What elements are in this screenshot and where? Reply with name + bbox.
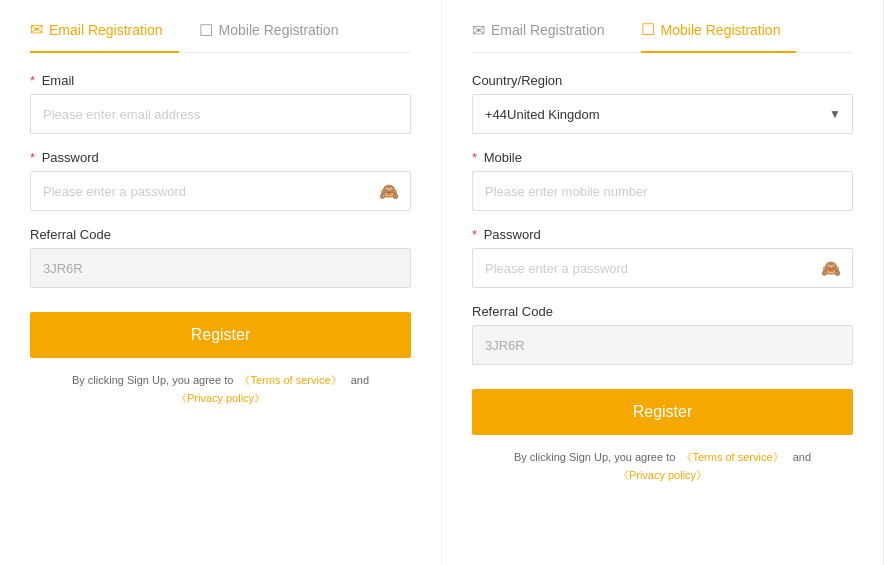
terms-of-service-link-left[interactable]: 《Terms of service》 [239,374,344,386]
mobile-icon-left: ☐ [199,21,213,40]
referral-label: Referral Code [30,227,411,242]
email-icon-left: ✉ [30,20,43,39]
country-select[interactable]: +44United Kingdom +1 United States +86 C… [472,94,853,134]
password-input[interactable] [30,171,411,211]
tab-email-label-right: Email Registration [491,22,605,38]
mobile-icon-right: ☐ [641,20,655,39]
eye-icon-right[interactable]: 🙈 [821,259,841,278]
password-input-right[interactable] [472,248,853,288]
password-required-dot: * [30,150,35,165]
terms-text-right: By clicking Sign Up, you agree to 《Terms… [472,449,853,484]
email-input[interactable] [30,94,411,134]
terms-of-service-link-right[interactable]: 《Terms of service》 [681,451,786,463]
left-panel: ✉ Email Registration ☐ Mobile Registrati… [0,0,442,565]
tab-mobile-label-left: Mobile Registration [219,22,339,38]
right-panel: ✉ Email Registration ☐ Mobile Registrati… [442,0,884,565]
country-select-wrapper: +44United Kingdom +1 United States +86 C… [472,94,853,134]
password-group: * Password 🙈 [30,150,411,211]
referral-input[interactable] [30,248,411,288]
referral-input-right[interactable] [472,325,853,365]
tab-email-left[interactable]: ✉ Email Registration [30,10,179,53]
email-label-text: Email [42,73,75,88]
email-icon-right: ✉ [472,21,485,40]
mobile-required-dot: * [472,150,477,165]
tab-mobile-right[interactable]: ☐ Mobile Registration [641,10,797,53]
referral-label-text-right: Referral Code [472,304,553,319]
right-tabs: ✉ Email Registration ☐ Mobile Registrati… [472,10,853,53]
privacy-policy-link-left[interactable]: 《Privacy policy》 [176,392,265,404]
terms-text-left: By clicking Sign Up, you agree to 《Terms… [30,372,411,407]
register-button-left[interactable]: Register [30,312,411,358]
mobile-group: * Mobile [472,150,853,211]
email-group: * Email [30,73,411,134]
country-label: Country/Region [472,73,853,88]
country-group: Country/Region +44United Kingdom +1 Unit… [472,73,853,134]
country-label-text: Country/Region [472,73,562,88]
referral-group: Referral Code [30,227,411,288]
tab-mobile-label-right: Mobile Registration [661,22,781,38]
referral-label-text: Referral Code [30,227,111,242]
mobile-label: * Mobile [472,150,853,165]
eye-icon-left[interactable]: 🙈 [379,182,399,201]
tab-mobile-left[interactable]: ☐ Mobile Registration [199,10,355,52]
password-wrapper: 🙈 [30,171,411,211]
left-tabs: ✉ Email Registration ☐ Mobile Registrati… [30,10,411,53]
tab-email-right[interactable]: ✉ Email Registration [472,10,621,52]
privacy-policy-link-right[interactable]: 《Privacy policy》 [618,469,707,481]
mobile-label-text: Mobile [484,150,522,165]
password-label-text-right: Password [484,227,541,242]
password-label: * Password [30,150,411,165]
tab-email-label-left: Email Registration [49,22,163,38]
password-group-right: * Password 🙈 [472,227,853,288]
password-label-right: * Password [472,227,853,242]
email-label: * Email [30,73,411,88]
register-button-right[interactable]: Register [472,389,853,435]
email-required-dot: * [30,73,35,88]
password-wrapper-right: 🙈 [472,248,853,288]
password-label-text: Password [42,150,99,165]
referral-label-right: Referral Code [472,304,853,319]
referral-group-right: Referral Code [472,304,853,365]
password-required-dot-right: * [472,227,477,242]
mobile-input[interactable] [472,171,853,211]
